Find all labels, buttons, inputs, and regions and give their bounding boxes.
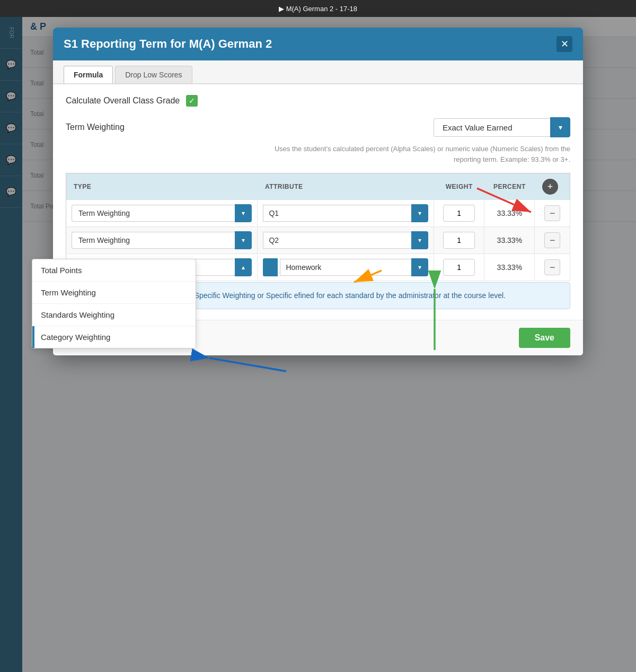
row1-attr-chevron[interactable]: ▾: [411, 204, 428, 222]
col-weight: WEIGHT: [434, 173, 484, 200]
row3-attr-cell: Homework ▾: [258, 254, 434, 281]
row3-remove-button[interactable]: −: [544, 259, 560, 275]
calculate-checkbox[interactable]: ✓: [186, 95, 198, 107]
modal-title: S1 Reporting Term for M(A) German 2: [64, 37, 272, 51]
term-weighting-select: Exact Value Earned ▾: [434, 117, 570, 137]
row2-type-chevron[interactable]: ▾: [235, 231, 252, 249]
row2-remove-button[interactable]: −: [544, 232, 560, 248]
type-dropdown-menu: Total Points Term Weighting Standards We…: [32, 259, 196, 348]
dropdown-item-standards-weighting[interactable]: Standards Weighting: [32, 304, 196, 326]
row1-type-chevron[interactable]: ▾: [235, 204, 252, 222]
topbar-title: M(A) German 2 - 17-18: [286, 5, 357, 13]
row2-attr-value: Q2: [263, 232, 411, 249]
row3-attr-value: Homework: [280, 259, 411, 276]
row2-type-value: Term Weighting: [72, 232, 235, 249]
row3-weight-input[interactable]: [443, 259, 475, 276]
dropdown-item-total-points[interactable]: Total Points: [32, 259, 196, 282]
row1-weight-cell: [434, 200, 484, 227]
term-weighting-chevron[interactable]: ▾: [550, 117, 570, 137]
attr-color-swatch: [263, 258, 278, 276]
row3-percent-cell: 33.33%: [484, 254, 535, 281]
table-row: Term Weighting ▾ Q1 ▾: [66, 200, 570, 227]
tabs-container: Formula Drop Low Scores: [53, 60, 583, 84]
row2-weight-cell: [434, 227, 484, 254]
calculate-row: Calculate Overall Class Grade ✓: [66, 95, 570, 107]
row2-percent-cell: 33.33%: [484, 227, 535, 254]
row2-attr-chevron[interactable]: ▾: [411, 231, 428, 249]
row1-weight-input[interactable]: [443, 205, 475, 222]
row3-weight-cell: [434, 254, 484, 281]
tab-formula[interactable]: Formula: [64, 66, 113, 83]
modal-header: S1 Reporting Term for M(A) German 2 ✕: [53, 28, 583, 60]
col-type: TYPE: [66, 173, 258, 200]
modal-close-button[interactable]: ✕: [556, 36, 572, 52]
row1-type-value: Term Weighting: [72, 205, 235, 222]
row1-attr-value: Q1: [263, 205, 411, 222]
modal-overlay: S1 Reporting Term for M(A) German 2 ✕ Fo…: [0, 17, 636, 672]
row1-type-select: Term Weighting ▾: [72, 204, 252, 222]
add-row-button[interactable]: +: [542, 179, 558, 195]
row1-percent-cell: 33.33%: [484, 200, 535, 227]
row3-attr-chevron[interactable]: ▾: [411, 258, 428, 276]
term-weighting-value: Exact Value Earned: [434, 118, 550, 137]
row3-type-chevron[interactable]: ▴: [235, 258, 252, 276]
col-add: +: [535, 173, 570, 200]
row2-type-cell: Term Weighting ▾: [66, 227, 258, 254]
info-text: Uses the student's calculated percent (A…: [66, 144, 570, 164]
row1-attr-cell: Q1 ▾: [258, 200, 434, 227]
row1-attr-select: Q1 ▾: [263, 204, 428, 222]
tab-drop-low-scores[interactable]: Drop Low Scores: [115, 66, 192, 83]
row1-remove-button[interactable]: −: [544, 205, 560, 221]
row3-attr-select: Homework ▾: [263, 258, 428, 276]
row2-weight-input[interactable]: [443, 232, 475, 249]
row2-attr-cell: Q2 ▾: [258, 227, 434, 254]
row2-attr-select: Q2 ▾: [263, 231, 428, 249]
term-weighting-row: Term Weighting Exact Value Earned ▾: [66, 117, 570, 137]
top-bar: ▶ M(A) German 2 - 17-18: [0, 0, 636, 17]
row2-type-select: Term Weighting ▾: [72, 231, 252, 249]
table-header-row: TYPE ATTRIBUTE WEIGHT PERCENT +: [66, 173, 570, 200]
save-button[interactable]: Save: [519, 328, 570, 348]
row1-action-cell: −: [535, 200, 570, 227]
col-attribute: ATTRIBUTE: [258, 173, 434, 200]
dropdown-item-term-weighting[interactable]: Term Weighting: [32, 282, 196, 304]
row3-action-cell: −: [535, 254, 570, 281]
dropdown-item-category-weighting[interactable]: Category Weighting: [32, 326, 196, 348]
col-percent: PERCENT: [484, 173, 535, 200]
topbar-play-icon: ▶: [279, 5, 284, 13]
row1-type-cell: Term Weighting ▾: [66, 200, 258, 227]
term-weighting-label: Term Weighting: [66, 123, 125, 132]
table-row: Term Weighting ▾ Q2 ▾: [66, 227, 570, 254]
row2-action-cell: −: [535, 227, 570, 254]
calculate-label: Calculate Overall Class Grade: [66, 96, 180, 106]
